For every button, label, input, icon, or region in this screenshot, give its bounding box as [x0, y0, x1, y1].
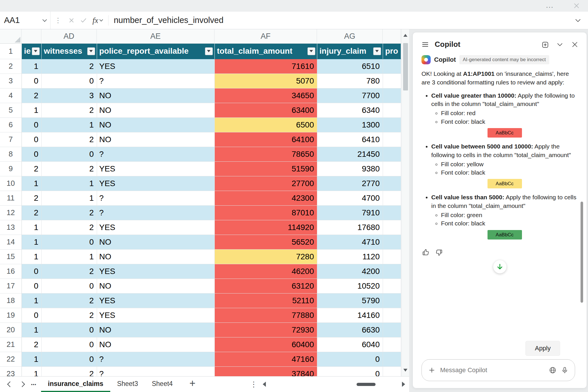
cell[interactable]: 2 [41, 59, 97, 74]
cell[interactable]: 2 [22, 205, 41, 220]
cell[interactable]: 0 [22, 74, 41, 88]
cell[interactable]: 1120 [317, 249, 383, 264]
cell[interactable]: NO [97, 337, 214, 352]
hamburger-menu-icon[interactable] [421, 41, 429, 48]
thumbs-down-icon[interactable] [435, 249, 443, 256]
col-letter-AD[interactable]: AD [41, 29, 97, 43]
cell[interactable]: 7280 [214, 249, 317, 264]
scroll-right-icon[interactable] [402, 382, 405, 387]
row-number[interactable]: 21 [0, 337, 22, 352]
cell[interactable]: 52110 [214, 293, 317, 308]
add-sheet-button[interactable]: + [189, 377, 196, 389]
cell[interactable]: 42300 [214, 191, 317, 205]
cell[interactable] [383, 205, 401, 220]
cell[interactable]: YES [97, 264, 214, 279]
horizontal-scrollbar[interactable] [263, 382, 405, 387]
scroll-left-icon[interactable] [263, 382, 266, 387]
row-number[interactable]: 14 [0, 235, 22, 249]
row-number[interactable]: 2 [0, 59, 22, 74]
message-input-box[interactable] [421, 359, 575, 381]
window-more-icon[interactable]: … [546, 1, 554, 10]
cell[interactable]: 78650 [214, 147, 317, 161]
row-number[interactable]: 11 [0, 191, 22, 205]
cancel-icon[interactable] [68, 17, 75, 24]
cell[interactable]: 1 [22, 103, 41, 117]
row-number[interactable]: 19 [0, 308, 22, 323]
cell[interactable]: 0 [22, 279, 41, 293]
cell[interactable] [383, 117, 401, 132]
copilot-scrollbar-thumb[interactable] [581, 202, 583, 303]
cell[interactable]: 6410 [317, 132, 383, 147]
cell[interactable]: 1 [41, 176, 97, 191]
row-number[interactable]: 7 [0, 132, 22, 147]
cell[interactable]: 2 [41, 220, 97, 235]
cell[interactable]: 2 [22, 88, 41, 103]
cell[interactable]: 2 [41, 103, 97, 117]
cell[interactable]: 2 [41, 264, 97, 279]
microphone-icon[interactable] [561, 366, 568, 374]
cell[interactable] [383, 220, 401, 235]
cell[interactable]: ? [97, 74, 214, 88]
cell[interactable]: NO [97, 323, 214, 337]
filter-button[interactable] [373, 47, 381, 55]
row-number[interactable]: 17 [0, 279, 22, 293]
filter-button[interactable] [87, 47, 95, 55]
horizontal-scrollbar-thumb[interactable] [357, 383, 376, 386]
cell[interactable]: 1 [22, 59, 41, 74]
sheet-tab-Sheet4[interactable]: Sheet4 [145, 376, 180, 392]
cell[interactable]: 0 [41, 323, 97, 337]
cell[interactable]: 63400 [214, 103, 317, 117]
cell[interactable]: 1300 [317, 117, 383, 132]
cell[interactable]: 64100 [214, 132, 317, 147]
cell[interactable]: 17680 [317, 220, 383, 235]
cell[interactable]: 6340 [317, 103, 383, 117]
enter-icon[interactable] [80, 17, 87, 24]
cell[interactable]: 0 [22, 147, 41, 161]
cell[interactable]: 6630 [317, 323, 383, 337]
cell[interactable] [383, 308, 401, 323]
attach-plus-icon[interactable] [428, 366, 436, 374]
row-number[interactable]: 10 [0, 176, 22, 191]
cell[interactable]: 9380 [317, 161, 383, 176]
cell[interactable]: 2 [41, 161, 97, 176]
cell[interactable]: 14160 [317, 308, 383, 323]
cell[interactable]: 0 [41, 352, 97, 366]
cell[interactable]: 4710 [317, 235, 383, 249]
cell[interactable]: 6040 [317, 337, 383, 352]
filter-button[interactable] [205, 47, 213, 55]
row-number[interactable]: 16 [0, 264, 22, 279]
cell[interactable]: 1 [22, 176, 41, 191]
scroll-up-icon[interactable] [402, 29, 409, 41]
cell[interactable]: 1 [22, 366, 41, 376]
name-box[interactable]: AA1 [0, 11, 51, 29]
cell[interactable]: 1 [22, 352, 41, 366]
cell[interactable]: 4700 [317, 191, 383, 205]
cell[interactable] [383, 176, 401, 191]
cell[interactable] [383, 74, 401, 88]
all-sheets-icon[interactable]: ••• [31, 382, 36, 387]
cell[interactable]: 47160 [214, 352, 317, 366]
cell[interactable]: 2 [41, 293, 97, 308]
cell[interactable]: 7910 [317, 205, 383, 220]
cell[interactable] [383, 279, 401, 293]
cell[interactable] [383, 59, 401, 74]
cell[interactable]: 0 [22, 264, 41, 279]
cell[interactable]: 5070 [214, 74, 317, 88]
sheet-tab-Sheet3[interactable]: Sheet3 [110, 376, 145, 392]
cell[interactable]: 51590 [214, 161, 317, 176]
column-header-police_report_available[interactable]: police_report_available [97, 44, 214, 59]
select-all-button[interactable] [0, 29, 22, 43]
row-number[interactable]: 5 [0, 103, 22, 117]
cell[interactable]: 0 [22, 117, 41, 132]
cell[interactable]: 6510 [317, 59, 383, 74]
cell[interactable]: NO [97, 103, 214, 117]
cell[interactable]: 2 [41, 132, 97, 147]
thumbs-up-icon[interactable] [422, 249, 430, 256]
formula-bar-expand-icon[interactable] [574, 17, 582, 24]
row-number[interactable]: 6 [0, 117, 22, 132]
cell[interactable]: 1 [41, 249, 97, 264]
cell[interactable]: 21450 [317, 147, 383, 161]
cell[interactable]: YES [97, 59, 214, 74]
cell[interactable]: ? [97, 191, 214, 205]
row-number[interactable]: 15 [0, 249, 22, 264]
